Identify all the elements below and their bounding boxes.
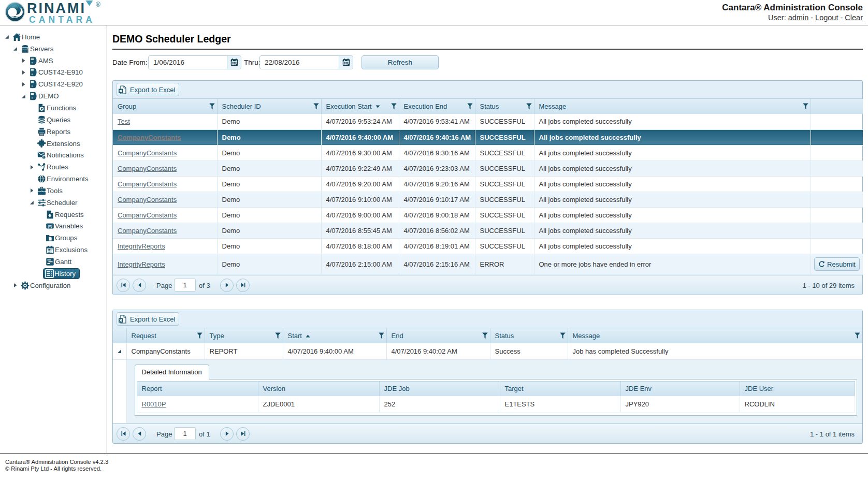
svg-text:(x): (x)	[48, 225, 52, 229]
